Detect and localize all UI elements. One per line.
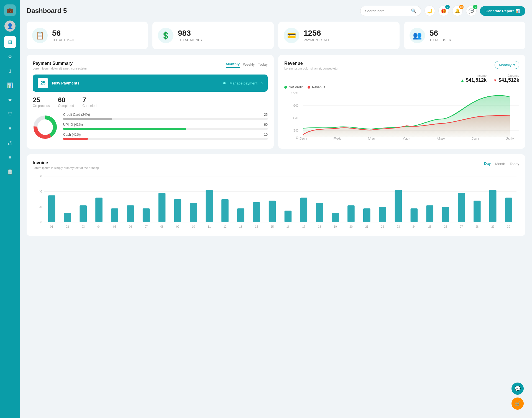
- cash-count: 10: [264, 133, 268, 137]
- canceled-value: 7: [82, 96, 96, 104]
- new-payments-bar: 25 New Payments Manage payment ›: [33, 75, 268, 92]
- payment-bottom: Credit Card (24%) 25 UPI ID (41%) 60: [33, 113, 268, 143]
- moon-icon-btn[interactable]: 🌙: [424, 6, 435, 16]
- svg-text:02: 02: [66, 225, 69, 228]
- revenue-subtitle: Lorem ipsum dolor sit amet, consectetur: [284, 67, 339, 70]
- tab-weekly[interactable]: Weekly: [243, 61, 255, 68]
- header-right: 🔍 🌙 🎁 2 🔔 12 💬 5 Generate Report 📊: [360, 6, 525, 16]
- svg-text:Jan: Jan: [299, 137, 307, 140]
- svg-text:10: 10: [192, 225, 195, 228]
- search-box[interactable]: 🔍: [360, 6, 421, 16]
- svg-text:23: 23: [397, 225, 400, 228]
- svg-text:07: 07: [145, 225, 148, 228]
- svg-text:90: 90: [293, 104, 298, 107]
- svg-text:01: 01: [50, 225, 53, 228]
- payment-value: 1256: [304, 29, 330, 38]
- sidebar-item-menu[interactable]: ≡: [4, 151, 16, 163]
- new-payments-label: New Payments: [52, 81, 218, 85]
- svg-text:04: 04: [97, 225, 101, 228]
- gift-icon-btn[interactable]: 🎁 2: [438, 6, 449, 16]
- chat-icon-btn[interactable]: 💬 5: [466, 6, 477, 16]
- chevron-down-icon: ▾: [513, 63, 515, 67]
- tab-month[interactable]: Month: [495, 160, 505, 167]
- svg-rect-30: [80, 205, 87, 222]
- invoice-title: Invoice: [33, 160, 99, 165]
- invoice-chart-area: 0204060010203040506070809101112131415161…: [33, 173, 519, 230]
- svg-text:12: 12: [223, 225, 227, 228]
- sidebar-item-chart[interactable]: 📊: [4, 79, 16, 91]
- revenue-chart: 120 90 60 30 0: [284, 90, 519, 140]
- svg-text:17: 17: [302, 225, 306, 228]
- tab-today[interactable]: Today: [258, 61, 268, 68]
- svg-text:60: 60: [39, 175, 42, 178]
- payment-summary-title: Payment Summary: [33, 61, 87, 66]
- revenue-monthly-dropdown[interactable]: Monthly ▾: [495, 61, 519, 69]
- tab-day[interactable]: Day: [484, 160, 491, 167]
- search-icon: 🔍: [411, 8, 416, 14]
- bell-badge: 12: [459, 5, 464, 9]
- tab-today-invoice[interactable]: Today: [510, 160, 519, 167]
- sidebar-item-heart-outline[interactable]: ♡: [4, 108, 16, 120]
- stat-card-payment: 💳 1256 PAYMENT SALE: [278, 22, 400, 49]
- avatar[interactable]: 👤: [4, 20, 16, 32]
- money-icon: 💲: [158, 28, 173, 43]
- payment-summary-subtitle: Lorem ipsum dolor sit amet, consectetur: [33, 67, 87, 70]
- svg-rect-33: [127, 205, 134, 222]
- email-icon: 📋: [32, 28, 48, 43]
- legend-net-profit-label: Net Profit: [289, 85, 303, 89]
- stat-card-user: 👥 56 TOTAL USER: [404, 22, 525, 49]
- svg-text:19: 19: [334, 225, 337, 228]
- page-title: Dashboard 5: [27, 7, 67, 15]
- progress-upi: UPI ID (41%) 60: [63, 123, 268, 130]
- svg-rect-55: [474, 201, 481, 222]
- bell-icon-btn[interactable]: 🔔 12: [452, 6, 463, 16]
- generate-report-button[interactable]: Generate Report 📊: [480, 6, 525, 16]
- donut-chart: [33, 115, 58, 141]
- svg-text:30: 30: [293, 129, 298, 132]
- progress-cash: Cash (41%) 10: [63, 133, 268, 140]
- svg-rect-43: [285, 211, 292, 222]
- sidebar-item-dashboard[interactable]: ⊞: [4, 36, 16, 48]
- stats-grid: 📋 56 TOTAL EMAIL 💲 983 TOTAL MONEY 💳 125…: [27, 22, 525, 49]
- svg-rect-48: [363, 208, 370, 222]
- stat-completed: 60 Completed: [58, 96, 74, 108]
- sidebar-item-heart-filled[interactable]: ♥: [4, 122, 16, 135]
- svg-rect-54: [458, 193, 465, 222]
- svg-rect-51: [411, 208, 418, 222]
- float-chat-button[interactable]: 💬: [511, 383, 524, 395]
- sidebar-item-list[interactable]: 📋: [4, 166, 16, 178]
- svg-rect-28: [48, 195, 55, 222]
- invoice-tabs: Day Month Today: [484, 160, 519, 167]
- search-input[interactable]: [365, 9, 409, 13]
- sidebar-item-info[interactable]: ℹ: [4, 65, 16, 77]
- canceled-label: Canceled: [82, 104, 96, 108]
- svg-text:21: 21: [365, 225, 369, 228]
- svg-text:26: 26: [444, 225, 447, 228]
- svg-rect-36: [174, 199, 181, 222]
- svg-rect-41: [253, 202, 260, 222]
- svg-rect-57: [505, 198, 512, 222]
- gift-badge: 2: [445, 5, 450, 9]
- upi-label: UPI ID (41%): [63, 123, 83, 127]
- svg-text:18: 18: [318, 225, 321, 228]
- svg-text:120: 120: [291, 92, 299, 95]
- svg-text:15: 15: [271, 225, 274, 228]
- manage-payment-link[interactable]: Manage payment: [229, 81, 257, 85]
- svg-text:13: 13: [239, 225, 242, 228]
- on-process-label: On process: [33, 104, 50, 108]
- chat-icon: 💬: [469, 8, 474, 14]
- upi-count: 60: [264, 123, 268, 127]
- svg-rect-56: [489, 190, 497, 222]
- float-cart-button[interactable]: 🛒: [511, 398, 524, 410]
- sidebar-item-printer[interactable]: 🖨: [4, 137, 16, 149]
- svg-text:20: 20: [39, 205, 42, 209]
- svg-rect-35: [158, 193, 166, 222]
- sidebar-item-settings[interactable]: ⚙: [4, 50, 16, 63]
- tab-monthly[interactable]: Monthly: [226, 61, 240, 68]
- svg-rect-45: [316, 203, 323, 222]
- completed-label: Completed: [58, 104, 74, 108]
- svg-text:14: 14: [255, 225, 258, 228]
- sidebar-item-star[interactable]: ★: [4, 94, 16, 106]
- user-icon: 👥: [410, 28, 425, 43]
- credit-card-count: 25: [264, 113, 268, 117]
